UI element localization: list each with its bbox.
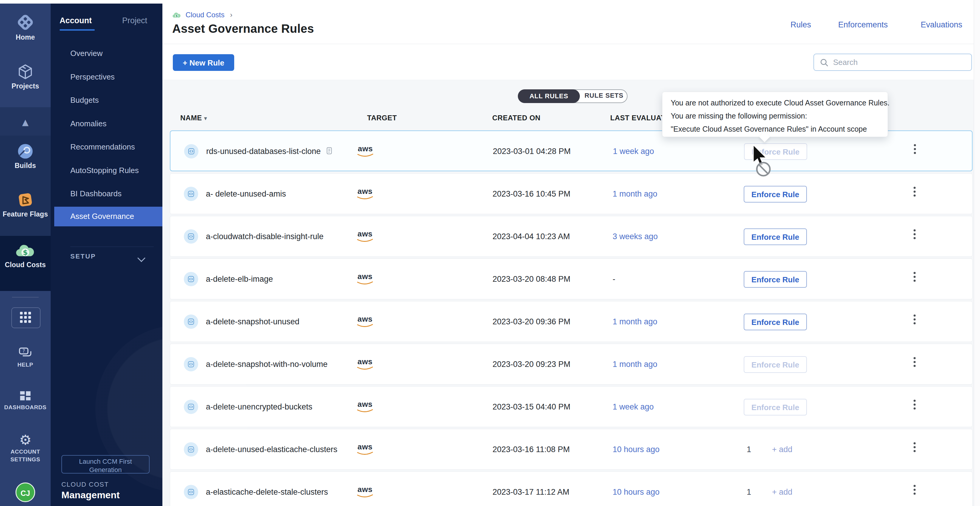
rail-item-projects[interactable]: Projects xyxy=(0,63,51,90)
last-evaluation-link[interactable]: 1 week ago xyxy=(612,402,654,412)
rail-item-label: Builds xyxy=(0,162,51,170)
rail-item-builds[interactable]: Builds xyxy=(0,142,51,170)
enforce-rule-button[interactable]: Enforce Rule xyxy=(744,271,807,288)
sidebar-item-budgets[interactable]: Budgets xyxy=(70,95,160,105)
aws-target-logo: aws xyxy=(355,485,375,500)
enforce-rule-button[interactable]: Enforce Rule xyxy=(744,228,807,245)
toggle-all-rules[interactable]: ALL RULES xyxy=(518,89,580,103)
sidebar-item-recommendations[interactable]: Recommendations xyxy=(70,142,160,152)
table-row[interactable]: a-delete-unencrypted-bucketsaws2023-03-1… xyxy=(170,386,972,427)
harness-home-icon xyxy=(16,28,35,33)
table-row[interactable]: a-delete-snapshot-with-no-volumeaws2023-… xyxy=(170,344,972,384)
row-menu-kebab-icon[interactable] xyxy=(909,142,921,160)
cloud-costs-icon: $ xyxy=(15,255,35,260)
mouse-cursor-not-allowed xyxy=(751,144,784,181)
breadcrumb-link[interactable]: Cloud Costs xyxy=(186,11,225,19)
row-menu-kebab-icon[interactable] xyxy=(908,270,920,288)
enforce-rule-button[interactable]: Enforce Rule xyxy=(744,314,807,330)
rail-item-label: DASHBOARDS xyxy=(0,404,51,411)
left-rail: Home Projects ▲ Builds xyxy=(0,3,51,506)
sidebar-item-anomalies[interactable]: Anomalies xyxy=(70,119,160,128)
row-menu-kebab-icon[interactable] xyxy=(908,228,920,246)
aws-target-logo: aws xyxy=(355,400,375,414)
created-on-cell: 2023-03-15 04:40 PM xyxy=(493,402,570,412)
sidebar-item-asset-governance[interactable]: Asset Governance xyxy=(54,207,162,226)
aws-target-logo: aws xyxy=(355,314,375,329)
plus-icon: + xyxy=(772,487,777,496)
scrollbar-track[interactable] xyxy=(974,0,980,506)
add-enforcement-link[interactable]: + add xyxy=(772,445,792,454)
row-menu-kebab-icon[interactable] xyxy=(908,355,920,373)
projects-cube-icon xyxy=(16,77,35,82)
breadcrumb-chevron-icon: › xyxy=(230,11,232,19)
enforce-rule-button[interactable]: Enforce Rule xyxy=(744,399,807,416)
rail-item-feature-flags[interactable]: Feature Flags xyxy=(0,190,51,218)
nav-link-rules[interactable]: Rules xyxy=(791,20,811,30)
table-row[interactable]: a-cloudwatch-disable-insight-ruleaws2023… xyxy=(170,216,972,257)
user-avatar[interactable]: CJ xyxy=(16,482,35,502)
module-picker-button[interactable] xyxy=(11,307,41,328)
aws-target-logo: aws xyxy=(355,357,375,372)
enforce-rule-button[interactable]: Enforce Rule xyxy=(744,356,807,373)
row-menu-kebab-icon[interactable] xyxy=(908,185,920,203)
table-row[interactable]: a- delete-unused-amisaws2023-03-16 10:45… xyxy=(170,173,972,214)
column-header-created-on[interactable]: CREATED ON xyxy=(492,114,541,122)
last-evaluation-link[interactable]: 1 month ago xyxy=(612,360,657,369)
rail-item-home[interactable]: Home xyxy=(0,13,51,41)
tooltip-line: "Execute Cloud Asset Governance Rules" i… xyxy=(671,125,867,133)
row-menu-kebab-icon[interactable] xyxy=(908,313,920,331)
svg-text:$: $ xyxy=(23,248,28,257)
last-evaluation-link[interactable]: 10 hours ago xyxy=(612,445,660,454)
tooltip-line: You are missing the following permission… xyxy=(671,112,807,120)
dashboards-icon xyxy=(18,398,32,403)
last-evaluation-link[interactable]: 1 month ago xyxy=(612,317,657,327)
table-row[interactable]: a-delete-snapshot-unusedaws2023-03-20 09… xyxy=(170,301,972,342)
chevron-down-icon[interactable] xyxy=(137,254,145,262)
column-header-name[interactable]: NAME ▾ xyxy=(180,114,207,122)
collapse-rail-arrow-icon[interactable]: ▲ xyxy=(0,117,51,127)
created-on-cell: 2023-03-20 09:36 PM xyxy=(493,317,570,327)
rail-item-cloud-costs[interactable]: $ Cloud Costs xyxy=(0,242,51,269)
row-menu-kebab-icon[interactable] xyxy=(908,441,920,458)
launch-ccm-first-gen-button[interactable]: Launch CCM First Generation xyxy=(61,455,150,474)
module-sidebar: Account Project Overview Perspectives Bu… xyxy=(51,3,162,506)
nav-link-enforcements[interactable]: Enforcements xyxy=(838,20,888,30)
toolbar-divider xyxy=(162,80,974,80)
created-on-cell: 2023-03-20 09:23 PM xyxy=(493,360,570,369)
setup-section-header[interactable]: SETUP xyxy=(70,252,96,260)
add-enforcement-link[interactable]: + add xyxy=(772,487,792,497)
rail-item-help[interactable]: ? HELP xyxy=(0,346,51,369)
enforcement-count: 1 xyxy=(747,445,751,454)
created-on-cell: 2023-03-16 11:08 PM xyxy=(493,445,570,454)
sidebar-item-overview[interactable]: Overview xyxy=(70,49,160,58)
tab-project[interactable]: Project xyxy=(122,16,147,25)
table-row[interactable]: a-delete-unused-elasticache-clustersaws2… xyxy=(170,429,972,470)
rail-item-account-settings[interactable]: ⚙ ACCOUNT SETTINGS xyxy=(0,432,51,463)
search-input[interactable] xyxy=(832,56,965,68)
rail-item-dashboards[interactable]: DASHBOARDS xyxy=(0,389,51,411)
rule-name: a-delete-elb-image xyxy=(206,274,273,284)
new-rule-button[interactable]: + New Rule xyxy=(173,54,234,71)
sidebar-item-perspectives[interactable]: Perspectives xyxy=(70,72,160,82)
table-row[interactable]: a-delete-elb-imageaws2023-03-20 08:48 PM… xyxy=(170,259,972,299)
last-evaluation-link[interactable]: - xyxy=(612,274,615,284)
enforce-rule-button[interactable]: Enforce Rule xyxy=(744,186,807,203)
table-row[interactable]: a-elasticache-delete-stale-clustersaws20… xyxy=(170,471,972,506)
enforcement-count: 1 xyxy=(747,487,751,497)
last-evaluation-link[interactable]: 3 weeks ago xyxy=(612,232,658,241)
row-menu-kebab-icon[interactable] xyxy=(908,398,920,416)
tab-account[interactable]: Account xyxy=(60,16,92,25)
rail-item-label: Cloud Costs xyxy=(0,261,51,269)
rule-icon xyxy=(184,144,199,159)
copy-icon[interactable] xyxy=(325,146,334,157)
sidebar-item-bi-dashboards[interactable]: BI Dashboards xyxy=(70,189,160,198)
nav-link-evaluations[interactable]: Evaluations xyxy=(921,20,963,30)
toggle-rule-sets[interactable]: RULE SETS xyxy=(582,92,626,100)
sidebar-item-autostopping-rules[interactable]: AutoStopping Rules xyxy=(70,166,160,175)
last-evaluation-link[interactable]: 1 week ago xyxy=(613,147,654,156)
row-menu-kebab-icon[interactable] xyxy=(908,483,920,501)
created-on-cell: 2023-03-17 11:12 AM xyxy=(493,487,570,497)
last-evaluation-link[interactable]: 10 hours ago xyxy=(612,487,660,497)
last-evaluation-link[interactable]: 1 month ago xyxy=(612,189,657,199)
column-header-target[interactable]: TARGET xyxy=(367,114,397,122)
